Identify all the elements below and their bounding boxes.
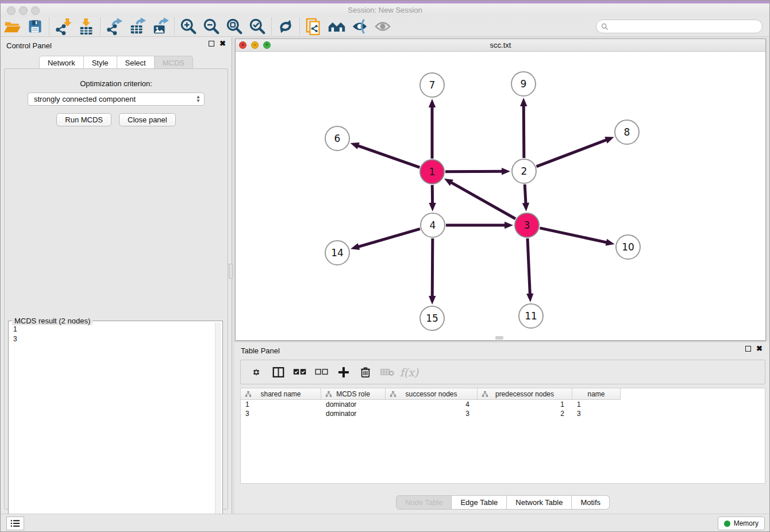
import-table-button[interactable] (75, 17, 98, 36)
table-settings-button[interactable] (245, 364, 267, 381)
zoom-in-button[interactable] (177, 17, 200, 36)
deselect-all-rows-button[interactable] (311, 364, 333, 381)
splitter-handle[interactable] (229, 264, 233, 279)
zoom-fit-button[interactable] (223, 17, 246, 36)
graph-edge-1-6[interactable] (356, 145, 419, 168)
mac-titlebar: Session: New Session (1, 3, 769, 17)
search-input[interactable] (611, 22, 762, 30)
toolbar-search[interactable] (596, 20, 763, 33)
graph-edge-2-9[interactable] (523, 104, 524, 158)
open-session-button[interactable] (1, 17, 24, 36)
delete-table-button[interactable] (376, 364, 398, 381)
graph-edge-2-3[interactable] (525, 184, 526, 205)
graph-edge-1-2[interactable] (445, 171, 504, 172)
run-mcds-button[interactable]: Run MCDS (56, 113, 111, 126)
column-header-successor-nodes[interactable]: successor nodes (386, 388, 478, 400)
export-network-button[interactable] (103, 17, 126, 36)
graph-node-4[interactable]: 4 (420, 213, 445, 238)
graph-node-6[interactable]: 6 (325, 126, 350, 151)
apply-layout-button[interactable] (274, 17, 297, 36)
homes-icon (328, 19, 346, 34)
cell-shared-name[interactable]: 1 (241, 400, 321, 409)
export-table-button[interactable] (126, 17, 149, 36)
network-canvas[interactable]: 7968124314101511 (236, 52, 765, 340)
graph-edge-2-8[interactable] (537, 139, 609, 166)
float-panel-icon[interactable] (209, 41, 214, 47)
delete-columns-button[interactable] (355, 364, 376, 381)
list-icon (10, 519, 20, 527)
create-column-button[interactable] (333, 364, 355, 381)
graph-edge-arrow (351, 142, 360, 149)
cell-mcds-role[interactable]: dominator (321, 400, 386, 409)
graph-edge-arrow (605, 137, 614, 144)
tab-node-table[interactable]: Node Table (396, 495, 452, 510)
graph-node-9[interactable]: 9 (511, 71, 536, 97)
cell-predecessor-nodes[interactable]: 1 (478, 400, 572, 409)
float-table-panel-icon[interactable] (745, 346, 751, 352)
memory-button[interactable]: Memory (718, 516, 765, 530)
zoom-fit-icon (226, 18, 243, 35)
duplicate-network-button[interactable] (302, 17, 325, 36)
cell-successor-nodes[interactable]: 4 (386, 400, 478, 409)
window-title: Session: New Session (1, 6, 769, 14)
graph-node-14[interactable]: 14 (325, 240, 350, 265)
main-toolbar (1, 17, 769, 37)
graph-edge-4-14[interactable] (357, 229, 420, 247)
cell-name[interactable]: 1 (572, 400, 621, 409)
graph-node-1[interactable]: 1 (419, 159, 445, 184)
graph-edge-3-10[interactable] (540, 228, 608, 243)
graph-node-10[interactable]: 10 (615, 234, 641, 260)
result-scrollbar[interactable] (215, 322, 221, 532)
graph-edge-arrow (526, 294, 533, 302)
table-row[interactable]: 3 dominator 3 2 3 (241, 409, 765, 418)
cell-predecessor-nodes[interactable]: 2 (478, 409, 572, 418)
hide-selected-button[interactable] (348, 17, 371, 36)
export-image-button[interactable] (149, 17, 172, 36)
tab-network-table[interactable]: Network Table (507, 495, 572, 510)
cell-mcds-role[interactable]: dominator (321, 409, 386, 418)
save-session-button[interactable] (24, 17, 47, 36)
criterion-dropdown[interactable]: strongly connected component ▲▼ (28, 92, 205, 106)
cell-name[interactable]: 3 (572, 409, 621, 418)
show-log-button[interactable] (6, 516, 24, 530)
select-all-rows-button[interactable] (289, 364, 311, 381)
column-header-predecessor-nodes[interactable]: predecessor nodes (478, 388, 572, 400)
graph-node-2[interactable]: 2 (511, 159, 537, 184)
tab-edge-table[interactable]: Edge Table (452, 495, 507, 510)
graph-node-8[interactable]: 8 (614, 119, 640, 145)
graph-edge-3-1[interactable] (449, 182, 515, 219)
graph-node-3[interactable]: 3 (514, 213, 540, 238)
export-table-icon (129, 18, 146, 35)
mcds-result-text[interactable]: 1 3 (11, 325, 212, 532)
toolbar-separator (100, 18, 101, 35)
network-window-title: scc.txt (236, 41, 765, 49)
first-neighbors-button[interactable] (325, 17, 348, 36)
import-network-button[interactable] (52, 17, 75, 36)
show-all-button[interactable] (371, 17, 394, 36)
column-header-shared-name[interactable]: shared name (241, 388, 321, 400)
plus-icon (338, 367, 349, 378)
hierarchy-icon (390, 391, 396, 398)
close-panel-button[interactable]: Close panel (119, 113, 176, 126)
graph-node-15[interactable]: 15 (419, 306, 445, 331)
export-image-icon (152, 18, 169, 35)
table-row[interactable]: 1 dominator 4 1 1 (241, 400, 765, 409)
canvas-hscroll-handle[interactable] (495, 336, 503, 340)
zoom-selected-button[interactable] (246, 17, 269, 36)
cell-successor-nodes[interactable]: 3 (386, 409, 478, 418)
close-panel-icon[interactable]: ✖ (220, 41, 226, 47)
graph-edge-arrow (502, 168, 510, 175)
graph-edge-4-15[interactable] (432, 238, 433, 298)
close-table-panel-icon[interactable]: ✖ (756, 346, 763, 352)
toggle-columns-button[interactable] (267, 364, 289, 381)
column-header-name[interactable]: name (572, 388, 621, 400)
graph-edge-3-11[interactable] (528, 238, 530, 296)
graph-node-7[interactable]: 7 (419, 72, 445, 98)
zoom-out-button[interactable] (200, 17, 223, 36)
tab-motifs[interactable]: Motifs (572, 495, 610, 510)
cell-shared-name[interactable]: 3 (241, 409, 321, 418)
column-header-mcds-role[interactable]: MCDS role (321, 388, 386, 400)
network-window-titlebar[interactable]: × − + scc.txt (236, 39, 765, 52)
function-builder-button[interactable]: f(x) (398, 364, 420, 381)
graph-node-11[interactable]: 11 (518, 303, 544, 329)
